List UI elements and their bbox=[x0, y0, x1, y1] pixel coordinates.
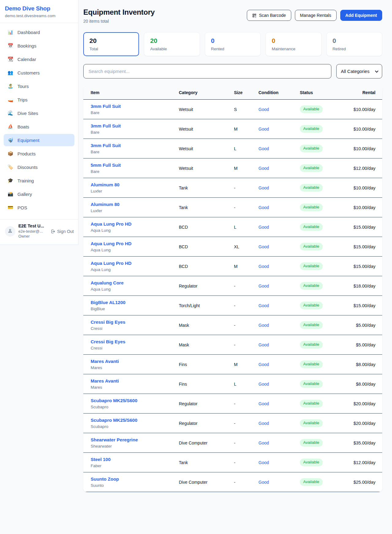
category-text: BCD bbox=[179, 264, 188, 269]
item-name-link[interactable]: Suunto Zoop bbox=[91, 476, 172, 482]
stat-card-retired[interactable]: 0Retired bbox=[326, 32, 382, 56]
condition-link[interactable]: Good bbox=[258, 146, 269, 151]
stat-card-maintenance[interactable]: 0Maintenance bbox=[266, 32, 321, 56]
condition-link[interactable]: Good bbox=[258, 264, 269, 269]
size-text: - bbox=[234, 205, 236, 210]
stat-card-rented[interactable]: 0Rented bbox=[205, 32, 261, 56]
category-select[interactable]: All Categories bbox=[336, 64, 382, 78]
item-brand: Aqua Lung bbox=[91, 228, 172, 233]
sidebar-item-calendar[interactable]: 📆Calendar bbox=[4, 53, 74, 65]
item-name-link[interactable]: 3mm Full Suit bbox=[91, 123, 172, 129]
condition-link[interactable]: Good bbox=[258, 166, 269, 171]
cell-rental: $10.00/day bbox=[344, 119, 382, 139]
stat-card-total[interactable]: 20Total bbox=[83, 32, 139, 56]
item-name-link[interactable]: Cressi Big Eyes bbox=[91, 339, 172, 345]
sidebar-item-training[interactable]: 🎓Training bbox=[4, 174, 74, 187]
condition-link[interactable]: Good bbox=[258, 284, 269, 288]
tag-icon: 🏷️ bbox=[7, 164, 13, 170]
condition-link[interactable]: Good bbox=[258, 205, 269, 210]
cell-rental: $25.00/day bbox=[344, 472, 382, 492]
cell-size: L bbox=[230, 139, 255, 158]
sidebar-item-tours[interactable]: 🏝️Tours bbox=[4, 80, 74, 92]
item-name-link[interactable]: Aqua Lung Pro HD bbox=[91, 261, 172, 266]
cell-condition: Good bbox=[255, 257, 296, 276]
condition-link[interactable]: Good bbox=[258, 382, 269, 387]
condition-link[interactable]: Good bbox=[258, 323, 269, 328]
condition-link[interactable]: Good bbox=[258, 127, 269, 132]
scan-barcode-button[interactable]: Scan Barcode bbox=[247, 10, 291, 21]
condition-link[interactable]: Good bbox=[258, 107, 269, 112]
sidebar-item-label: Equipment bbox=[17, 138, 40, 143]
search-input[interactable] bbox=[83, 64, 331, 78]
condition-link[interactable]: Good bbox=[258, 244, 269, 249]
item-name-link[interactable]: Aqua Lung Pro HD bbox=[91, 241, 172, 246]
sign-out-button[interactable]: Sign Out bbox=[51, 229, 74, 234]
table-row: Cressi Big EyesCressiMask-GoodAvailable$… bbox=[83, 315, 382, 335]
add-equipment-button[interactable]: Add Equipment bbox=[340, 10, 382, 21]
cell-condition: Good bbox=[255, 178, 296, 198]
item-name-link[interactable]: 3mm Full Suit bbox=[91, 104, 172, 109]
cell-size: L bbox=[230, 374, 255, 394]
status-badge: Available bbox=[300, 262, 323, 270]
cell-status: Available bbox=[296, 355, 344, 374]
item-brand: Cressi bbox=[91, 326, 172, 331]
column-header-size: Size bbox=[230, 86, 255, 100]
cell-rental: $8.00/day bbox=[344, 374, 382, 394]
item-name-link[interactable]: Aluminum 80 bbox=[91, 182, 172, 188]
sidebar-item-label: Dive Sites bbox=[17, 111, 38, 116]
condition-link[interactable]: Good bbox=[258, 225, 269, 230]
cell-status: Available bbox=[296, 119, 344, 139]
status-badge: Available bbox=[300, 459, 323, 466]
condition-link[interactable]: Good bbox=[258, 185, 269, 190]
stat-card-available[interactable]: 20Available bbox=[144, 32, 200, 56]
size-text: - bbox=[234, 323, 236, 328]
condition-link[interactable]: Good bbox=[258, 362, 269, 367]
sidebar-item-discounts[interactable]: 🏷️Discounts bbox=[4, 161, 74, 173]
sidebar-item-bookings[interactable]: 📅Bookings bbox=[4, 40, 74, 52]
category-text: Wetsuit bbox=[179, 107, 193, 112]
sidebar-item-pos[interactable]: 💳POS bbox=[4, 201, 74, 214]
condition-link[interactable]: Good bbox=[258, 303, 269, 308]
sidebar-nav: 📊Dashboard📅Bookings📆Calendar👥Customers🏝️… bbox=[0, 23, 78, 215]
condition-link[interactable]: Good bbox=[258, 441, 269, 445]
item-name-link[interactable]: Cressi Big Eyes bbox=[91, 319, 172, 325]
condition-link[interactable]: Good bbox=[258, 421, 269, 426]
sidebar-item-dashboard[interactable]: 📊Dashboard bbox=[4, 26, 74, 38]
item-name-link[interactable]: Mares Avanti bbox=[91, 359, 172, 364]
item-name-link[interactable]: 3mm Full Suit bbox=[91, 143, 172, 148]
category-text: Dive Computer bbox=[179, 480, 207, 485]
status-badge: Available bbox=[300, 145, 323, 152]
item-name-link[interactable]: Aqualung Core bbox=[91, 280, 172, 286]
brand-link[interactable]: Demo Dive Shop bbox=[5, 5, 73, 12]
sidebar-item-equipment[interactable]: 🤿Equipment bbox=[4, 134, 74, 146]
sidebar-item-boats[interactable]: ⛵Boats bbox=[4, 120, 74, 133]
item-name-link[interactable]: BigBlue AL1200 bbox=[91, 300, 172, 305]
item-name-link[interactable]: Aluminum 80 bbox=[91, 202, 172, 207]
item-name-link[interactable]: 5mm Full Suit bbox=[91, 162, 172, 168]
sidebar-item-customers[interactable]: 👥Customers bbox=[4, 67, 74, 79]
item-name-link[interactable]: Scubapro MK25/S600 bbox=[91, 398, 172, 403]
condition-link[interactable]: Good bbox=[258, 342, 269, 347]
item-name-link[interactable]: Mares Avanti bbox=[91, 378, 172, 384]
condition-link[interactable]: Good bbox=[258, 480, 269, 485]
condition-link[interactable]: Good bbox=[258, 460, 269, 465]
cell-condition: Good bbox=[255, 453, 296, 472]
cell-item: 3mm Full SuitBare bbox=[83, 119, 175, 139]
item-name-link[interactable]: Shearwater Peregrine bbox=[91, 437, 172, 443]
cell-item: Suunto ZoopSuunto bbox=[83, 472, 175, 492]
cell-size: - bbox=[230, 198, 255, 217]
cell-status: Available bbox=[296, 335, 344, 355]
sidebar-item-dive-sites[interactable]: 🌊Dive Sites bbox=[4, 107, 74, 119]
sidebar-item-gallery[interactable]: 📸Gallery bbox=[4, 188, 74, 200]
item-name-link[interactable]: Scubapro MK25/S600 bbox=[91, 418, 172, 423]
sidebar-item-products[interactable]: 📦Products bbox=[4, 147, 74, 160]
rental-price: $8.00/day bbox=[356, 362, 375, 367]
item-name-link[interactable]: Steel 100 bbox=[91, 457, 172, 462]
cell-category: Torch/Light bbox=[175, 296, 230, 315]
condition-link[interactable]: Good bbox=[258, 401, 269, 406]
category-text: Tank bbox=[179, 205, 188, 210]
manage-rentals-button[interactable]: Manage Rentals bbox=[295, 10, 337, 21]
filter-bar: All Categories bbox=[83, 64, 382, 78]
sidebar-item-trips[interactable]: 🚤Trips bbox=[4, 93, 74, 106]
item-name-link[interactable]: Aqua Lung Pro HD bbox=[91, 221, 172, 227]
